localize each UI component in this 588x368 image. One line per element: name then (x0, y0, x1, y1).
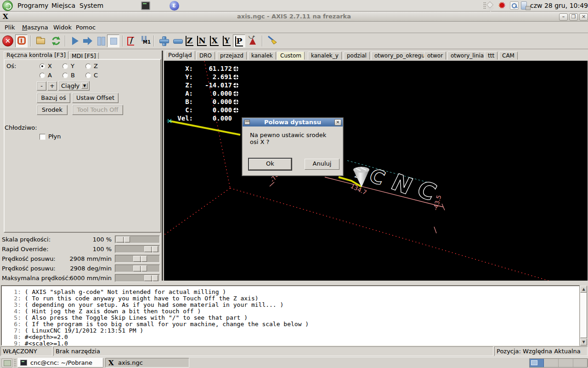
tab-otwory-po-okregu[interactable]: otwory_po_okregu (371, 52, 428, 60)
gcode-line: 8: #<depth>=2.0 (5, 334, 68, 340)
minimize-button[interactable]: – (559, 13, 568, 21)
slider-thumb[interactable] (133, 265, 147, 271)
scroll-up-icon[interactable]: ▲ (580, 286, 587, 293)
step-button[interactable] (81, 34, 94, 47)
scroll-down-icon[interactable]: ▼ (580, 339, 587, 345)
gcode-scrollbar[interactable]: ▲ ▼ (579, 285, 587, 346)
tab-przejazd[interactable]: przejazd (217, 52, 247, 60)
estop-button[interactable] (1, 34, 14, 47)
clock[interactable]: czw 28 gru, 10:49 (530, 1, 588, 10)
menu-pomoc[interactable]: Pomoc (75, 23, 96, 32)
jog-mode-select[interactable]: Ciągły ▼ (58, 81, 90, 91)
cancel-button[interactable]: Anuluj (305, 159, 339, 170)
rapid-override-label: Rapid Override: (2, 246, 49, 253)
view-perspective-button[interactable]: P (233, 34, 245, 47)
maximize-button[interactable]: ❒ (569, 13, 578, 21)
slider-thumb[interactable] (133, 256, 147, 262)
run-button[interactable] (68, 34, 81, 47)
gcode-listing[interactable]: 1: ( AXIS "splash g-code" Not intended f… (1, 285, 587, 346)
tab-podzial[interactable]: podzial (344, 52, 370, 60)
workspace-1[interactable] (530, 359, 544, 367)
center-button[interactable]: Srodek (37, 105, 68, 115)
slider-thumb[interactable] (116, 236, 130, 242)
feed-rate-slider[interactable] (115, 255, 160, 263)
toggle-skip-lines-button[interactable] (125, 34, 138, 47)
view-z-button[interactable]: Z (183, 34, 196, 47)
panel-menu-programy[interactable]: Programy (16, 1, 50, 10)
dialog-message-line2: osi X ? (250, 138, 269, 145)
open-file-button[interactable] (34, 34, 47, 47)
tab-custom[interactable]: Custom (277, 52, 305, 60)
dialog-close-icon[interactable]: ✕ (334, 119, 341, 126)
menu-maszyna[interactable]: Maszyna (21, 23, 49, 32)
feed-rate-value: 2908 mm/min (64, 255, 112, 262)
close-button[interactable]: ✕ (579, 13, 588, 21)
task-terminal[interactable]: cnc@cnc: ~/Pobrane (17, 358, 103, 368)
show-desktop-button[interactable] (1, 358, 12, 368)
radio-axis-a[interactable] (40, 73, 45, 78)
terminal-launcher-icon[interactable] (141, 1, 150, 10)
menu-plik[interactable]: Plik (4, 23, 16, 32)
coolant-checkbox[interactable] (40, 134, 45, 140)
tab-otwor[interactable]: otwor (424, 52, 446, 60)
pause-button[interactable] (95, 34, 107, 47)
tab-cam[interactable]: CAM (499, 52, 518, 60)
pane-divider[interactable] (162, 51, 163, 281)
ok-button[interactable]: Ok (249, 159, 291, 170)
feed-scale-slider[interactable] (115, 236, 160, 243)
view-y-button[interactable]: Y (220, 34, 233, 47)
panel-menu-system[interactable]: System (78, 1, 105, 10)
preview-canvas[interactable]: u x C N C 134.7 -43.5 -78 X:61.172 Y:2.6… (164, 61, 588, 281)
workspace-3[interactable] (559, 359, 573, 367)
tray-battery-icon[interactable] (521, 1, 527, 10)
radio-axis-b[interactable] (62, 73, 68, 78)
reload-button[interactable] (50, 34, 62, 47)
angular-feed-slider[interactable] (115, 264, 160, 272)
workspace-2[interactable] (544, 359, 559, 367)
tab-dro[interactable]: DRO (196, 52, 215, 60)
tab-otwory-linia[interactable]: otwory_linia (447, 52, 487, 60)
panel-drag-handle[interactable] (483, 2, 486, 10)
tab-podglad[interactable]: Podgląd (165, 51, 195, 60)
tab-mdi[interactable]: MDI [F5] (69, 52, 99, 59)
scrollbar-thumb[interactable] (580, 293, 587, 338)
max-velocity-slider[interactable] (115, 274, 160, 282)
slider-thumb[interactable] (144, 246, 158, 252)
applications-menu-icon[interactable] (2, 0, 13, 11)
svg-text:C: C (366, 164, 389, 190)
home-axis-button[interactable]: Bazuj oś (37, 93, 70, 103)
workspace-pager[interactable] (529, 358, 588, 368)
stop-button[interactable] (107, 34, 119, 47)
menu-widok[interactable]: Widok (52, 23, 73, 32)
zoom-out-button[interactable] (171, 34, 184, 47)
tab-kanalek-y[interactable]: kanalek_y (308, 52, 342, 60)
tray-screenshot-icon[interactable] (510, 1, 519, 10)
rotate-view-button[interactable] (246, 34, 259, 47)
toggle-optional-pause-button[interactable] (139, 34, 152, 47)
jog-plus-button[interactable]: + (47, 81, 57, 91)
tool-touch-off-button[interactable]: Tool Touch Off (72, 105, 123, 115)
machine-power-button[interactable] (15, 34, 28, 47)
radio-axis-y[interactable] (62, 63, 68, 69)
workspace-4[interactable] (574, 359, 588, 367)
view-x-button[interactable]: X (208, 34, 220, 47)
clear-plot-button[interactable] (266, 34, 279, 47)
tray-update-alert-icon[interactable] (498, 1, 507, 10)
tab-ttt[interactable]: ttt (485, 52, 498, 60)
dialog-titlebar[interactable]: Polowa dystansu ✕ (243, 118, 343, 126)
radio-axis-x[interactable] (40, 63, 45, 69)
radio-axis-z[interactable] (85, 63, 91, 69)
rapid-override-slider[interactable] (115, 245, 160, 253)
set-offset-button[interactable]: Ustaw Offset (72, 93, 119, 103)
view-z2-button[interactable]: N (196, 34, 208, 47)
emacs-launcher-icon[interactable] (170, 1, 179, 11)
tab-kanalek[interactable]: kanalek (248, 52, 276, 60)
radio-axis-c[interactable] (85, 73, 91, 78)
task-axis[interactable]: X axis.ngc (105, 358, 189, 368)
tray-dropbox-icon[interactable] (487, 1, 496, 10)
tab-manual-control[interactable]: Ręczna kontrola [F3] (4, 51, 68, 59)
panel-menu-miejsca[interactable]: Miejsca (50, 1, 77, 10)
slider-thumb[interactable] (144, 275, 158, 281)
jog-minus-button[interactable]: - (37, 81, 46, 91)
zoom-in-button[interactable] (158, 34, 170, 47)
